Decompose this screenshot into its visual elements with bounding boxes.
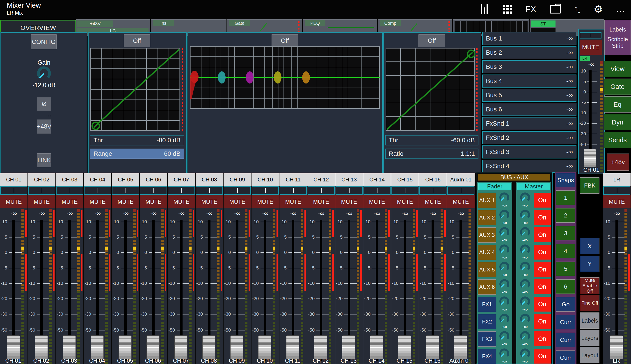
fader-cap[interactable] — [119, 336, 132, 359]
scribble-input[interactable] — [112, 186, 139, 195]
curr-button[interactable]: Curr — [556, 333, 575, 347]
bus-master-knob[interactable] — [520, 210, 530, 220]
bus-on-button[interactable]: On — [534, 279, 551, 294]
phantom-48v-button[interactable]: +48V — [37, 120, 51, 134]
view-button[interactable]: View — [604, 61, 631, 77]
bus-send-knob[interactable] — [499, 314, 509, 324]
bus-on-button[interactable]: On — [534, 262, 551, 277]
phase-button[interactable]: Ø — [37, 97, 51, 111]
snapshot-button[interactable]: 5 — [556, 262, 575, 276]
bus-label-button[interactable]: AUX 2 — [478, 210, 496, 225]
fader-cap[interactable] — [314, 336, 327, 359]
scribble-input[interactable] — [28, 186, 55, 195]
scribble-input[interactable] — [224, 186, 251, 195]
bus-send-knob[interactable] — [499, 296, 509, 306]
mute-button[interactable]: MUTE — [56, 195, 83, 208]
bus-label-button[interactable]: AUX 1 — [478, 193, 496, 208]
scribble-strip-button[interactable]: Labels Scribble Strip — [604, 20, 631, 56]
fader-cap[interactable] — [174, 336, 187, 359]
mute-button[interactable]: MUTE — [335, 195, 363, 208]
fx-icon[interactable]: FX — [525, 4, 536, 14]
bus-label-button[interactable]: AUX 4 — [478, 245, 496, 260]
channel-tab[interactable]: CH 08 — [196, 173, 223, 186]
bus-aux-header[interactable]: BUS - AUX — [478, 174, 550, 180]
comp-thr-row[interactable]: Thr -60.0 dB — [385, 135, 478, 146]
gate-thr-row[interactable]: Thr -80.0 dB — [90, 135, 184, 146]
channel-tab[interactable]: CH 12 — [307, 173, 335, 186]
scribble-input[interactable] — [252, 186, 279, 195]
mute-button[interactable]: MUTE — [419, 195, 447, 208]
bus-master-knob[interactable] — [520, 296, 530, 306]
mute-button[interactable]: MUTE — [224, 195, 251, 208]
bus-master-knob[interactable] — [520, 227, 530, 237]
bus-master-knob[interactable] — [520, 192, 530, 202]
meters-icon[interactable] — [481, 4, 489, 14]
bus-send-knob[interactable] — [499, 227, 509, 237]
eq-state-button[interactable]: Off — [271, 34, 298, 47]
settings-icon[interactable]: ⚙ — [593, 4, 603, 14]
scribble-input[interactable] — [603, 186, 630, 195]
send-row[interactable]: Bus 5 -∞ — [482, 89, 576, 102]
mute-button[interactable]: MUTE — [28, 195, 56, 208]
gate-range-row[interactable]: Range 60 dB — [90, 148, 184, 159]
send-row[interactable]: Bus 4 -∞ — [482, 74, 576, 88]
fader-cap[interactable] — [7, 336, 20, 359]
fader-cap[interactable] — [342, 336, 355, 359]
channel-tab[interactable]: CH 14 — [363, 173, 391, 186]
snapshot-button[interactable]: 4 — [556, 244, 575, 258]
selected-fader[interactable]: 10 5 0 -5 -10 -20 — [579, 68, 603, 168]
master-column-header[interactable]: Master — [517, 183, 550, 190]
scribble-input[interactable] — [84, 186, 111, 195]
bus-on-button[interactable]: On — [534, 227, 551, 242]
scribble-input[interactable] — [0, 186, 27, 195]
fbk-button[interactable]: FBK — [580, 178, 599, 194]
bus-on-button[interactable]: On — [534, 349, 551, 364]
gate-graph[interactable] — [90, 48, 180, 131]
send-row[interactable]: FxSnd 2 -∞ — [482, 131, 576, 144]
scribble-input[interactable] — [168, 186, 195, 195]
bus-master-knob[interactable] — [520, 348, 530, 358]
fader-cap[interactable] — [398, 336, 411, 359]
bus-send-knob[interactable] — [499, 279, 509, 289]
curr-button[interactable]: Curr — [556, 315, 575, 329]
channel-tab[interactable]: CH 09 — [224, 173, 251, 186]
snapshot-button[interactable]: 3 — [556, 226, 575, 240]
bus-on-button[interactable]: On — [534, 245, 551, 260]
scribble-input[interactable] — [580, 32, 601, 38]
fader-cap[interactable] — [91, 336, 104, 359]
fader-cap[interactable] — [610, 336, 623, 359]
mute-button[interactable]: MUTE — [84, 195, 111, 208]
send-row[interactable]: FxSnd 1 -∞ — [482, 117, 576, 130]
send-row[interactable]: Bus 1 -∞ — [482, 32, 576, 45]
fader-cap[interactable] — [454, 336, 467, 359]
gain-knob[interactable] — [1, 66, 87, 80]
channel-tab[interactable]: CH 05 — [112, 173, 139, 186]
scribble-input[interactable] — [280, 186, 307, 195]
x-button[interactable]: X — [580, 238, 599, 254]
comp-ratio-row[interactable]: Ratio 1.1:1 — [385, 148, 478, 159]
channel-tab[interactable]: CH 10 — [251, 173, 279, 186]
comp-state-button[interactable]: Off — [419, 34, 445, 47]
more-icon[interactable]: ... — [616, 4, 625, 14]
labels-button[interactable]: Labels — [580, 312, 599, 329]
send-row[interactable]: FxSnd 4 -∞ — [482, 160, 576, 173]
bus-label-button[interactable]: FX1 — [478, 297, 496, 312]
go-button[interactable]: Go — [556, 297, 575, 312]
mute-button[interactable]: MUTE — [251, 195, 279, 208]
apps-grid-icon[interactable] — [503, 5, 512, 14]
channel-tab[interactable]: CH 03 — [56, 173, 83, 186]
mute-button[interactable]: MUTE — [307, 195, 335, 208]
bus-label-button[interactable]: AUX 3 — [478, 227, 496, 243]
mute-button[interactable]: MUTE — [391, 195, 419, 208]
eq-button[interactable]: Eq — [604, 96, 631, 112]
fader-cap[interactable] — [258, 336, 271, 359]
channel-tab[interactable]: CH 04 — [84, 173, 111, 186]
channel-tab[interactable]: CH 07 — [168, 173, 195, 186]
channel-tab[interactable]: CH 16 — [419, 173, 447, 186]
bus-on-button[interactable]: On — [534, 193, 551, 208]
scribble-input[interactable] — [56, 186, 83, 195]
comp-graph[interactable] — [386, 48, 475, 131]
sort-arrows-icon[interactable]: ↑↓ — [574, 6, 580, 13]
bus-send-knob[interactable] — [499, 348, 509, 358]
send-row[interactable]: FxSnd 3 -∞ — [482, 146, 576, 158]
